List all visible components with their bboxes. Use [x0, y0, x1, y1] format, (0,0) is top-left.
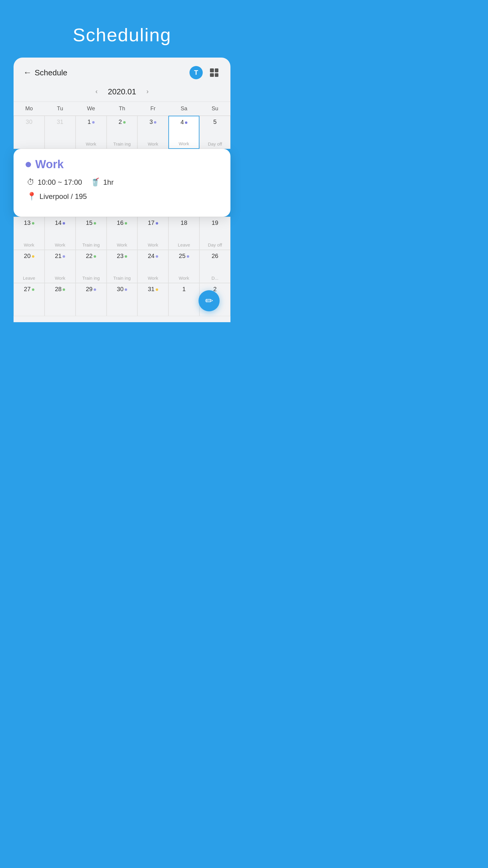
day-label: Train ing	[81, 242, 101, 248]
calendar-cell[interactable]: 3Work	[137, 116, 168, 149]
weekday-header: MoTuWeThFrSaSu	[13, 101, 230, 116]
clock-icon: ⏱	[27, 178, 35, 187]
day-label: Train ing	[81, 276, 101, 281]
day-number: 31	[148, 286, 155, 293]
lower-calendar: 13Work14Work15Train ing16Work17Work18Lea…	[13, 217, 230, 322]
calendar-cell[interactable]: 29	[76, 283, 107, 316]
weekday-label: Su	[199, 102, 230, 116]
day-num-row: 2	[119, 119, 125, 127]
calendar-cell[interactable]: 19Day off	[199, 217, 230, 250]
calendar-cell[interactable]: 27	[13, 283, 44, 316]
calendar-cell[interactable]: 22Train ing	[76, 250, 107, 283]
popup-break-value: 1hr	[103, 178, 113, 187]
day-dot	[94, 255, 96, 258]
calendar-cell[interactable]: 16Work	[107, 217, 138, 250]
popup-dot	[26, 162, 31, 167]
day-num-row: 23	[117, 253, 127, 261]
day-dot	[185, 121, 187, 124]
day-number: 28	[55, 286, 61, 293]
calendar-cell[interactable]: 23Train ing	[107, 250, 138, 283]
day-number: 15	[86, 219, 93, 226]
day-num-row: 22	[86, 253, 96, 261]
day-dot	[125, 288, 127, 291]
calendar-cell[interactable]: 1Work	[76, 116, 107, 149]
calendar-cell[interactable]: 25Work	[168, 250, 199, 283]
back-button[interactable]: ← Schedule	[23, 68, 67, 78]
day-label: Day off	[207, 242, 223, 248]
weekday-label: Fr	[137, 102, 168, 116]
day-label: Work	[23, 242, 36, 248]
calendar-cell[interactable]: 30	[107, 283, 138, 316]
day-num-row: 3	[150, 119, 156, 127]
day-number: 22	[86, 253, 93, 259]
calendar-cell[interactable]: 4Work	[168, 116, 199, 149]
day-number: 16	[117, 219, 124, 226]
day-dot	[63, 255, 65, 258]
day-number: 26	[212, 253, 218, 259]
popup-location-row: 📍 Liverpool / 195	[26, 192, 218, 201]
calendar-cell[interactable]: 2Train ing	[107, 116, 138, 149]
fab-button[interactable]: ✏	[198, 290, 220, 311]
day-label: Leave	[22, 276, 36, 281]
day-number: 3	[150, 119, 153, 125]
day-num-row: 4	[181, 119, 187, 127]
day-number: 31	[57, 119, 63, 125]
day-label: Work	[54, 242, 67, 248]
day-label: Work	[54, 276, 67, 281]
day-num-row: 14	[55, 219, 65, 227]
calendar-week-3: 20Leave21Work22Train ing23Train ing24Wor…	[13, 250, 230, 283]
location-icon: 📍	[27, 192, 36, 201]
popup-time-row: ⏱ 10:00 ~ 17:00 🥤 1hr	[26, 178, 218, 187]
prev-month-button[interactable]: ‹	[93, 87, 101, 97]
calendar-cell[interactable]: 31	[137, 283, 168, 316]
day-dot	[63, 222, 65, 224]
weekday-label: Tu	[44, 102, 76, 116]
day-num-row: 18	[181, 219, 187, 227]
day-num-row: 19	[212, 219, 218, 227]
day-num-row: 21	[55, 253, 65, 261]
day-dot	[32, 288, 34, 291]
day-number: 1	[88, 119, 91, 125]
day-label: Train ing	[112, 141, 132, 147]
day-num-row: 1	[182, 286, 186, 294]
calendar-cell[interactable]: 5Day off	[199, 116, 230, 149]
day-label: Leave	[176, 242, 191, 248]
calendar-cell[interactable]: 31	[44, 116, 76, 149]
popup-break: 🥤 1hr	[90, 178, 113, 187]
calendar-cell[interactable]: 15Train ing	[76, 217, 107, 250]
avatar-button[interactable]: T	[190, 66, 203, 79]
calendar-week-2: 13Work14Work15Train ing16Work17Work18Lea…	[13, 217, 230, 250]
day-dot	[94, 222, 96, 224]
calendar-cell[interactable]: 30	[13, 116, 44, 149]
day-number: 20	[24, 253, 30, 259]
day-dot	[32, 222, 34, 224]
calendar-cell[interactable]: 14Work	[44, 217, 76, 250]
grid-view-button[interactable]	[207, 66, 221, 79]
day-num-row: 20	[24, 253, 34, 261]
calendar-cell[interactable]: 13Work	[13, 217, 44, 250]
main-card: ← Schedule T ‹ 2020.01 › MoTuWeThFrSaSu …	[13, 58, 230, 149]
day-label: Train ing	[112, 276, 132, 281]
next-month-button[interactable]: ›	[143, 87, 152, 97]
calendar-cell[interactable]: 17Work	[137, 217, 168, 250]
calendar-cell[interactable]: 21Work	[44, 250, 76, 283]
day-num-row: 17	[148, 219, 158, 227]
calendar-cell[interactable]: 26D...	[199, 250, 230, 283]
calendar-cell[interactable]: 28	[44, 283, 76, 316]
day-num-row: 30	[26, 119, 32, 127]
popup-card: Work ⏱ 10:00 ~ 17:00 🥤 1hr 📍 Liverpool /…	[13, 149, 230, 217]
popup-title: Work	[35, 158, 64, 171]
calendar-cell[interactable]: 24Work	[137, 250, 168, 283]
calendar-cell[interactable]: 1	[168, 283, 199, 316]
day-num-row: 16	[117, 219, 127, 227]
day-number: 25	[179, 253, 186, 259]
calendar-cell[interactable]: 18Leave	[168, 217, 199, 250]
day-label: Work	[177, 276, 190, 281]
day-dot	[94, 288, 96, 291]
calendar-cell[interactable]: 20Leave	[13, 250, 44, 283]
day-dot	[125, 255, 127, 258]
day-number: 14	[55, 219, 61, 226]
day-num-row: 31	[57, 119, 63, 127]
day-num-row: 31	[148, 286, 158, 294]
day-dot	[154, 121, 156, 124]
